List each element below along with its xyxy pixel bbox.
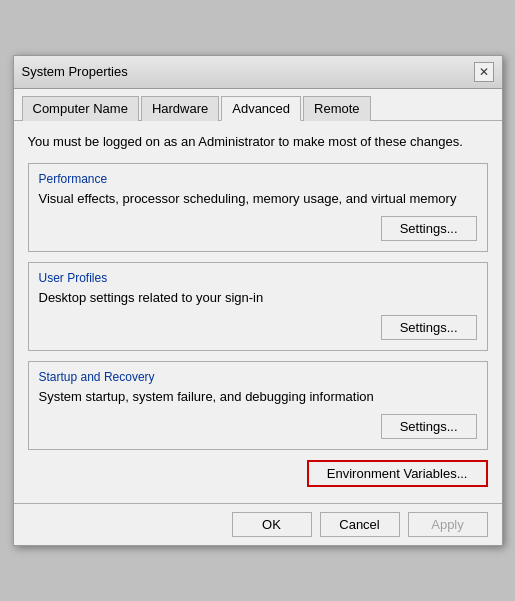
startup-recovery-btn-row: Settings... <box>39 414 477 439</box>
user-profiles-settings-button[interactable]: Settings... <box>381 315 477 340</box>
performance-section: Performance Visual effects, processor sc… <box>28 163 488 252</box>
performance-btn-row: Settings... <box>39 216 477 241</box>
close-button[interactable]: ✕ <box>474 62 494 82</box>
environment-variables-button[interactable]: Environment Variables... <box>307 460 488 487</box>
ok-button[interactable]: OK <box>232 512 312 537</box>
window-title: System Properties <box>22 64 128 79</box>
footer: OK Cancel Apply <box>14 503 502 545</box>
tab-bar: Computer Name Hardware Advanced Remote <box>14 89 502 121</box>
user-profiles-title: User Profiles <box>39 271 477 285</box>
title-bar: System Properties ✕ <box>14 56 502 89</box>
startup-recovery-settings-button[interactable]: Settings... <box>381 414 477 439</box>
content-area: You must be logged on as an Administrato… <box>14 121 502 504</box>
admin-notice: You must be logged on as an Administrato… <box>28 133 488 151</box>
system-properties-window: System Properties ✕ Computer Name Hardwa… <box>13 55 503 547</box>
tab-computer-name[interactable]: Computer Name <box>22 96 139 121</box>
user-profiles-description: Desktop settings related to your sign-in <box>39 289 477 307</box>
user-profiles-btn-row: Settings... <box>39 315 477 340</box>
startup-recovery-title: Startup and Recovery <box>39 370 477 384</box>
user-profiles-section: User Profiles Desktop settings related t… <box>28 262 488 351</box>
tab-advanced[interactable]: Advanced <box>221 96 301 121</box>
startup-recovery-section: Startup and Recovery System startup, sys… <box>28 361 488 450</box>
tab-hardware[interactable]: Hardware <box>141 96 219 121</box>
performance-title: Performance <box>39 172 477 186</box>
performance-description: Visual effects, processor scheduling, me… <box>39 190 477 208</box>
apply-button[interactable]: Apply <box>408 512 488 537</box>
cancel-button[interactable]: Cancel <box>320 512 400 537</box>
tab-remote[interactable]: Remote <box>303 96 371 121</box>
performance-settings-button[interactable]: Settings... <box>381 216 477 241</box>
startup-recovery-description: System startup, system failure, and debu… <box>39 388 477 406</box>
env-var-row: Environment Variables... <box>28 460 488 487</box>
